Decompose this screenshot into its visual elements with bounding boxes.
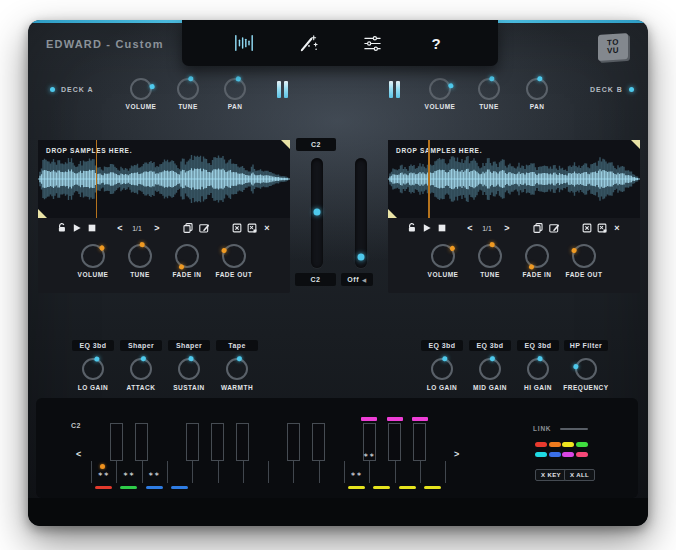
white-key-divider [91,461,92,483]
pitch-slider-a[interactable] [311,158,323,268]
warmth-knob[interactable] [226,358,248,380]
page: EDWARD - Custom [0,0,676,550]
tune-knob[interactable] [478,244,502,268]
fx-module-selector[interactable]: EQ 3bd [72,340,114,351]
white-key-divider [142,461,143,483]
lo-gain-knob[interactable] [431,358,453,380]
link-color-swatch[interactable] [549,442,561,447]
help-icon[interactable]: ? [426,33,446,53]
knob-label: FADE OUT [566,271,603,278]
magic-wand-icon[interactable] [298,33,318,53]
fx-row-right: EQ 3bdLO GAINEQ 3bdMID GAINEQ 3bdHI GAIN… [412,340,648,412]
link-color-swatch[interactable] [576,452,588,457]
black-key[interactable] [287,423,300,461]
fx-module-selector[interactable]: Tape [216,340,258,351]
drop-samples-label: DROP SAMPLES HERE. [46,147,132,154]
waveform-tab-icon[interactable] [234,33,254,53]
knob-label: FADE IN [522,271,551,278]
sustain-knob[interactable] [178,358,200,380]
loop-end-marker[interactable] [631,140,640,149]
volume-knob-group: VOLUME [417,78,463,110]
next-variation-button[interactable]: > [504,223,509,233]
remove-button[interactable]: × [614,223,619,233]
frequency-knob[interactable] [575,358,597,380]
clear-all-button[interactable]: X ALL [564,469,595,481]
instrument-title: EDWARD - Custom [46,38,164,50]
center-bottom-note-label[interactable]: C2 [295,273,336,286]
key-sample-glyphs: ∗∗ [148,470,160,477]
tune-knob[interactable] [177,78,199,100]
loop-start-marker[interactable] [38,209,47,218]
clear-bank-button[interactable] [597,223,608,234]
volume-knob[interactable] [81,244,105,268]
keyboard-prev-arrow[interactable]: < [76,449,81,459]
black-key[interactable] [413,423,426,461]
black-key[interactable] [110,423,123,461]
knob-dot [448,244,455,251]
route-selector[interactable]: Off ◀ [341,273,373,286]
black-key[interactable] [135,423,148,461]
color-swatch-row-1 [535,442,588,447]
hi-gain-knob[interactable] [527,358,549,380]
tune-knob[interactable] [478,78,500,100]
fx-row-left: EQ 3bdLO GAINShaperATTACKShaperSUSTAINTa… [63,340,303,412]
black-key-sample-glyphs: ∗∗ [363,451,375,458]
pitch-slider-b[interactable] [355,158,367,268]
color-swatch-row-2 [535,452,588,457]
knob-dot [572,363,578,369]
link-color-swatch[interactable] [535,452,547,457]
black-key[interactable] [186,423,199,461]
copy-button[interactable] [533,223,544,234]
paste-button[interactable] [549,223,560,234]
link-color-swatch[interactable] [549,452,561,457]
pan-knob[interactable] [526,78,548,100]
volume-knob[interactable] [130,78,152,100]
deck-a-indicator [50,87,55,92]
knob-label: VOLUME [78,271,109,278]
pan-knob-group: PAN [212,78,258,110]
lo-gain-knob[interactable] [82,358,104,380]
fx-module-selector[interactable]: Shaper [168,340,210,351]
mid-gain-knob[interactable] [479,358,501,380]
fx-module-selector[interactable]: EQ 3bd [469,340,511,351]
black-key[interactable] [312,423,325,461]
keyboard-next-arrow[interactable]: > [454,449,459,459]
fade-in-knob[interactable] [525,244,549,268]
link-color-swatch[interactable] [562,452,574,457]
clear-key-button[interactable]: X KEY [535,469,567,481]
fade-out-knob-group: FADE OUT [561,244,607,278]
center-top-note-label[interactable]: C2 [296,138,336,151]
mixer-settings-icon[interactable] [362,33,382,53]
slider-b-handle[interactable] [358,254,365,261]
link-color-swatch[interactable] [576,442,588,447]
link-slider[interactable] [560,428,588,430]
attack-knob[interactable] [130,358,152,380]
slider-a-handle[interactable] [314,208,321,215]
deck-b-pause-button[interactable] [389,81,400,98]
fx-module-selector[interactable]: HP Filter [564,340,608,351]
black-key[interactable] [388,423,401,461]
link-color-swatch[interactable] [535,442,547,447]
pan-knob[interactable] [224,78,246,100]
link-color-swatch[interactable] [562,442,574,447]
knob-label: TUNE [130,271,150,278]
fx-module-selector[interactable]: EQ 3bd [421,340,463,351]
white-key-divider [445,461,446,483]
knob-label: VOLUME [425,103,456,110]
volume-knob[interactable] [431,244,455,268]
knob-dot [140,355,146,361]
knob-dot [93,355,99,361]
clear-sample-button[interactable] [582,223,593,234]
fx-right-frequency: HP FilterFREQUENCY [554,340,618,391]
black-key[interactable] [211,423,224,461]
key-color-bar [120,486,137,489]
knob-label: ATTACK [127,384,156,391]
knob-dot [447,82,453,88]
fx-module-selector[interactable]: EQ 3bd [517,340,559,351]
volume-knob[interactable] [429,78,451,100]
fx-module-selector[interactable]: Shaper [120,340,162,351]
loop-start-marker[interactable] [388,209,397,218]
deck-a-pause-button[interactable] [277,81,288,98]
black-key[interactable] [236,423,249,461]
fade-out-knob[interactable] [572,244,596,268]
